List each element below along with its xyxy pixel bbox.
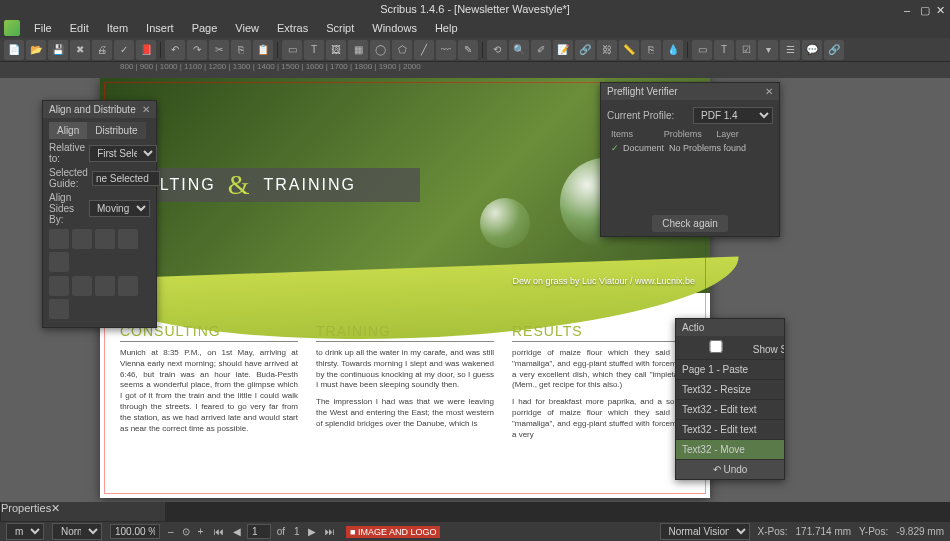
tool-cut[interactable]: ✂ <box>209 40 229 60</box>
minimize-icon[interactable]: – <box>904 4 914 14</box>
tool-copy[interactable]: ⎘ <box>231 40 251 60</box>
tool-pdf-combo[interactable]: ▾ <box>758 40 778 60</box>
tool-table[interactable]: ▦ <box>348 40 368 60</box>
tool-story[interactable]: 📝 <box>553 40 573 60</box>
tool-print[interactable]: 🖨 <box>92 40 112 60</box>
action-item[interactable]: Text32 - Edit text <box>676 400 784 420</box>
tool-undo[interactable]: ↶ <box>165 40 185 60</box>
maximize-icon[interactable]: ▢ <box>920 4 930 14</box>
align-distribute-panel[interactable]: Align and Distribute✕ AlignDistribute Re… <box>42 100 157 328</box>
tab-distribute[interactable]: Distribute <box>87 122 145 139</box>
zoom-field[interactable] <box>110 524 160 539</box>
col-heading: RESULTS <box>512 323 690 342</box>
action-item[interactable]: Page 1 - Paste <box>676 360 784 380</box>
undo-button[interactable]: ↶ Undo <box>676 460 784 479</box>
tool-preflight[interactable]: ✓ <box>114 40 134 60</box>
show-selected-toggle[interactable]: Show Selected O <box>676 336 784 360</box>
profile-select[interactable]: PDF 1.4 <box>693 107 773 124</box>
align-middle-v-icon[interactable] <box>49 252 69 272</box>
align-sides-select[interactable]: Moving <box>89 200 150 217</box>
tool-eyedropper[interactable]: 💧 <box>663 40 683 60</box>
align-guide-icon[interactable] <box>49 299 69 319</box>
show-selected-checkbox[interactable] <box>682 340 750 353</box>
vision-select[interactable]: Normal Vision <box>660 523 750 540</box>
tool-unlink[interactable]: ⛓ <box>597 40 617 60</box>
menu-edit[interactable]: Edit <box>62 20 97 36</box>
page-next-icon[interactable]: ▶ <box>305 526 319 537</box>
tool-pdf-text[interactable]: T <box>714 40 734 60</box>
tool-imageframe[interactable]: 🖼 <box>326 40 346 60</box>
close-icon[interactable]: ✕ <box>142 104 150 115</box>
tool-pdf-button[interactable]: ▭ <box>692 40 712 60</box>
menu-script[interactable]: Script <box>318 20 362 36</box>
align-bottom-icon[interactable] <box>49 276 69 296</box>
tool-new[interactable]: 📄 <box>4 40 24 60</box>
align-page-h-icon[interactable] <box>72 276 92 296</box>
preflight-panel[interactable]: Preflight Verifier✕ Current Profile:PDF … <box>600 82 780 237</box>
tool-zoom[interactable]: 🔍 <box>509 40 529 60</box>
action-item[interactable]: Text32 - Resize <box>676 380 784 400</box>
column-consulting[interactable]: CONSULTING Munich at 8:35 P.M., on 1st M… <box>120 323 298 446</box>
tool-edit[interactable]: ✐ <box>531 40 551 60</box>
align-right-icon[interactable] <box>95 229 115 249</box>
col-body: porridge of maize flour which they said … <box>512 348 690 391</box>
tool-pdf-link[interactable]: 🔗 <box>824 40 844 60</box>
align-top-icon[interactable] <box>118 229 138 249</box>
tool-copyprops[interactable]: ⎘ <box>641 40 661 60</box>
tool-close[interactable]: ✖ <box>70 40 90 60</box>
tool-freehand[interactable]: ✎ <box>458 40 478 60</box>
tool-line[interactable]: ╱ <box>414 40 434 60</box>
view-select[interactable]: Normal <box>52 523 102 540</box>
menu-view[interactable]: View <box>227 20 267 36</box>
tool-pdf[interactable]: 📕 <box>136 40 156 60</box>
action-item[interactable]: Text32 - Edit text <box>676 420 784 440</box>
tool-save[interactable]: 💾 <box>48 40 68 60</box>
tool-redo[interactable]: ↷ <box>187 40 207 60</box>
tool-measure[interactable]: 📏 <box>619 40 639 60</box>
zoom-reset-icon[interactable]: ⊙ <box>182 526 190 537</box>
align-margin-icon[interactable] <box>118 276 138 296</box>
tool-open[interactable]: 📂 <box>26 40 46 60</box>
column-results[interactable]: RESULTS porridge of maize flour which th… <box>512 323 690 446</box>
tool-shape[interactable]: ◯ <box>370 40 390 60</box>
action-history-panel[interactable]: Actio Show Selected O Page 1 - Paste Tex… <box>675 318 785 480</box>
column-training[interactable]: TRAINING to drink up all the water in my… <box>316 323 494 446</box>
menu-windows[interactable]: Windows <box>364 20 425 36</box>
tool-bezier[interactable]: 〰 <box>436 40 456 60</box>
layer-indicator[interactable]: ■ IMAGE AND LOGO <box>346 526 440 538</box>
tool-pdf-annot[interactable]: 💬 <box>802 40 822 60</box>
tool-paste[interactable]: 📋 <box>253 40 273 60</box>
menu-page[interactable]: Page <box>184 20 226 36</box>
tool-textframe[interactable]: T <box>304 40 324 60</box>
selected-guide-field <box>92 171 160 186</box>
action-item[interactable]: Text32 - Move <box>676 440 784 460</box>
page-first-icon[interactable]: ⏮ <box>211 526 227 537</box>
tool-pdf-check[interactable]: ☑ <box>736 40 756 60</box>
relative-to-select[interactable]: First Sele <box>89 145 157 162</box>
page-current-field[interactable] <box>247 524 271 539</box>
tool-select[interactable]: ▭ <box>282 40 302 60</box>
unit-select[interactable]: mm <box>6 523 44 540</box>
menu-file[interactable]: File <box>26 20 60 36</box>
check-again-button[interactable]: Check again <box>652 215 728 232</box>
menu-extras[interactable]: Extras <box>269 20 316 36</box>
menu-item[interactable]: Item <box>99 20 136 36</box>
close-icon[interactable]: ✕ <box>51 502 60 514</box>
tool-rotate[interactable]: ⟲ <box>487 40 507 60</box>
tool-link[interactable]: 🔗 <box>575 40 595 60</box>
align-page-v-icon[interactable] <box>95 276 115 296</box>
close-icon[interactable]: ✕ <box>936 4 946 14</box>
zoom-in-icon[interactable]: + <box>198 526 204 537</box>
tool-pdf-list[interactable]: ☰ <box>780 40 800 60</box>
page-prev-icon[interactable]: ◀ <box>230 526 244 537</box>
menu-help[interactable]: Help <box>427 20 466 36</box>
zoom-out-icon[interactable]: – <box>168 526 174 537</box>
menu-insert[interactable]: Insert <box>138 20 182 36</box>
tool-polygon[interactable]: ⬠ <box>392 40 412 60</box>
align-center-h-icon[interactable] <box>72 229 92 249</box>
align-left-icon[interactable] <box>49 229 69 249</box>
page-last-icon[interactable]: ⏭ <box>322 526 338 537</box>
close-icon[interactable]: ✕ <box>765 86 773 97</box>
preflight-row[interactable]: Document No Problems found <box>611 143 769 153</box>
tab-align[interactable]: Align <box>49 122 87 139</box>
